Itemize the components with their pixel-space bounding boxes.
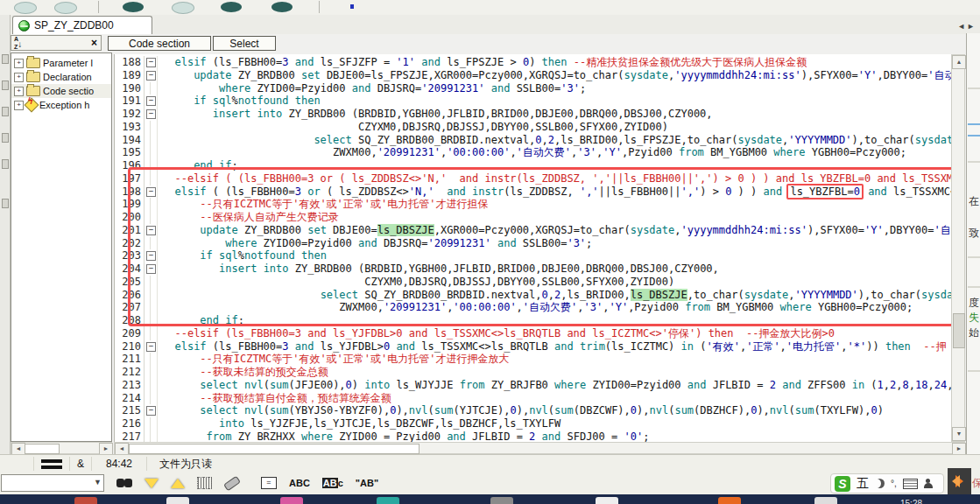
sliver-text-fragment: 失 — [969, 311, 979, 326]
status-bar: & 84:42 文件为只读 — [0, 454, 980, 472]
code-text: into ls_YJZFJE,ls_YJTCJE,ls_DBZCWF,ls_DB… — [158, 417, 561, 430]
taskbar-app-icon[interactable] — [74, 497, 97, 504]
expand-plus-icon[interactable]: + — [14, 59, 24, 68]
fold-toggle-icon[interactable]: − — [146, 264, 156, 274]
code-line: 211 --只有ICZTMC等于'有效'或'正常'或'电力托管'才进行押金放大 — [115, 353, 951, 366]
sliver-text-fragment: 度 — [969, 296, 979, 311]
background-window-sliver: 在致度失始 — [966, 33, 980, 455]
line-number: 212 — [115, 366, 145, 379]
code-text: --只有ICZTMC等于'有效'或'正常'或'电力托管'才进行押金放大 — [158, 353, 510, 366]
tree-item-declaration[interactable]: +Declaration — [11, 70, 111, 84]
fold-toggle-icon[interactable]: − — [146, 406, 156, 416]
fold-column[interactable]: − — [145, 94, 158, 108]
punctuation-icon[interactable]: °, — [891, 479, 897, 488]
tray-app-tile[interactable] — [948, 468, 971, 494]
taskbar-app-icon[interactable] — [814, 497, 837, 504]
code-text: select SQ_ZY_BRDB00_BRDBID.nextval,0,2,l… — [158, 134, 951, 147]
scroll-right-icon[interactable]: ► — [952, 443, 966, 455]
tab-sp-zy-zddb00[interactable]: SP_ZY_ZDDB00 — [12, 16, 152, 34]
fold-column[interactable]: − — [145, 404, 158, 417]
toolbar-button-remnant — [54, 2, 77, 14]
keyboard-icon[interactable] — [903, 479, 918, 489]
tree-item-parameter-l[interactable]: +Parameter l — [11, 56, 111, 70]
list-box-icon[interactable]: = — [261, 477, 277, 489]
code-editor[interactable]: 188− elsif (ls_FBBH00=3 and ls_SFJZFP = … — [114, 54, 951, 442]
top-toolbar-remnant — [0, 0, 980, 16]
taskbar-app-icon[interactable] — [280, 497, 303, 504]
ime-mode-label[interactable]: 五 — [857, 476, 869, 492]
fold-column — [145, 134, 158, 147]
fold-column[interactable]: − — [145, 224, 158, 237]
moon-icon[interactable] — [875, 479, 885, 488]
code-line: 204− insert into ZY_BRDB00 (BRDBID,YGBH0… — [115, 262, 951, 276]
editor-hscrollbar[interactable]: ◄ ► — [114, 442, 965, 454]
find-icon[interactable] — [116, 479, 132, 487]
fold-column — [145, 379, 158, 392]
fold-column[interactable]: − — [145, 108, 158, 121]
find-prev-icon[interactable] — [171, 479, 185, 488]
match-case-icon[interactable]: ABC — [289, 478, 310, 488]
code-line: 215− select nvl(sum(YBYJS0-YBYZF0),0),nv… — [115, 404, 951, 417]
code-section-button[interactable]: Code section — [108, 36, 211, 51]
taskbar-app-icon[interactable] — [596, 497, 618, 504]
fold-toggle-icon[interactable]: − — [146, 226, 156, 235]
toolbar-separator — [98, 1, 99, 13]
folder-icon — [26, 58, 40, 68]
fold-toggle-icon[interactable]: − — [146, 187, 156, 197]
taskbar-app-icon[interactable] — [166, 497, 189, 504]
find-next-icon[interactable] — [145, 479, 159, 488]
tree-hscrollbar[interactable]: ◄ ► — [11, 442, 112, 454]
taskbar[interactable]: 15:28 — [0, 494, 980, 504]
close-icon[interactable]: × — [91, 38, 97, 47]
expand-plus-icon[interactable]: + — [14, 73, 24, 82]
scroll-up-icon[interactable]: ▲ — [952, 55, 966, 69]
fold-toggle-icon[interactable]: − — [146, 71, 156, 80]
expand-plus-icon[interactable]: + — [14, 87, 24, 96]
taskbar-app-icon[interactable] — [718, 497, 741, 504]
editor-hscroll-thumb[interactable] — [129, 444, 419, 454]
scroll-right-icon[interactable]: ► — [99, 443, 113, 455]
tab-scroll-arrows[interactable]: ◄► — [957, 22, 976, 31]
fold-column[interactable]: − — [145, 56, 158, 69]
fold-column — [145, 237, 158, 250]
tray-overflow-char: 保 — [972, 476, 980, 491]
sogou-icon[interactable]: S — [835, 476, 850, 492]
editor-vscrollbar[interactable]: ▲ ▼ — [951, 54, 965, 442]
readonly-bars-icon — [34, 457, 70, 471]
select-button[interactable]: Select — [213, 36, 276, 51]
fold-column[interactable]: − — [145, 262, 158, 276]
sliver-rule — [968, 286, 980, 288]
fold-column[interactable]: − — [145, 249, 158, 262]
ime-bar[interactable]: S 五 °, — [830, 473, 944, 494]
expand-plus-icon[interactable]: + — [14, 101, 24, 110]
chevron-down-icon[interactable]: ▼ — [94, 478, 102, 486]
whole-word-icon[interactable]: ABc — [322, 478, 343, 488]
code-text: select nvl(sum(JFJE00),0) into ls_WJYJJE… — [158, 379, 951, 392]
eraser-icon[interactable] — [224, 480, 240, 487]
options-grid-icon[interactable] — [197, 477, 212, 489]
fold-toggle-icon[interactable]: − — [146, 58, 156, 67]
status-message: 文件为只读 — [147, 457, 219, 471]
fold-toggle-icon[interactable]: − — [146, 342, 156, 352]
tree-item-code-sectio[interactable]: +Code sectio — [11, 84, 111, 98]
tree-hscroll-thumb[interactable] — [25, 444, 60, 454]
vscroll-thumb[interactable] — [953, 313, 965, 348]
taskbar-app-icon[interactable] — [377, 497, 399, 504]
taskbar-app-icon[interactable] — [490, 497, 513, 504]
fold-column — [145, 366, 158, 379]
sort-az-icon[interactable]: AZ↓ — [14, 37, 22, 50]
fold-column[interactable]: − — [145, 186, 158, 199]
quoted-search-icon[interactable]: "AB" — [356, 478, 378, 488]
fold-column[interactable]: − — [145, 340, 158, 354]
fold-toggle-icon[interactable]: − — [146, 251, 156, 261]
fold-toggle-icon[interactable]: − — [146, 96, 156, 106]
user-icon[interactable] — [924, 479, 933, 488]
fold-column[interactable]: − — [145, 69, 158, 82]
scroll-left-icon[interactable]: ◄ — [11, 443, 25, 455]
scroll-down-icon[interactable]: ▼ — [952, 427, 966, 441]
tree-item-exception-h[interactable]: +ϟException h — [11, 98, 111, 112]
search-input[interactable]: ▼ — [1, 474, 104, 492]
scroll-left-icon[interactable]: ◄ — [115, 443, 129, 455]
fold-toggle-icon[interactable]: − — [146, 109, 156, 119]
toolbar-button-remnant — [271, 2, 293, 12]
